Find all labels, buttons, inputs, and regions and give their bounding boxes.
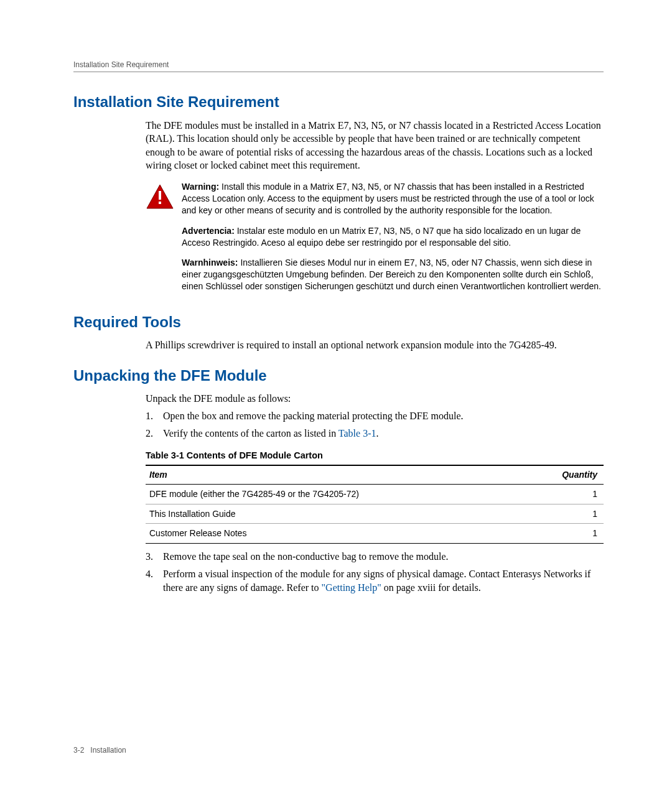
heading-required-tools: Required Tools (73, 312, 604, 332)
svg-rect-1 (159, 191, 161, 200)
list-item: Verify the contents of the carton as lis… (146, 427, 604, 440)
table-row: This Installation Guide1 (146, 504, 604, 524)
heading-installation-site-requirement: Installation Site Requirement (73, 92, 604, 112)
list-item: Remove the tape seal on the non-conducti… (146, 550, 604, 564)
running-header: Installation Site Requirement (73, 60, 604, 72)
heading-unpacking-dfe-module: Unpacking the DFE Module (73, 366, 604, 386)
paragraph: A Phillips screwdriver is required to in… (146, 338, 604, 352)
list-item: Open the box and remove the packing mate… (146, 409, 604, 423)
table-row: Customer Release Notes1 (146, 524, 604, 544)
warning-es: Advertencia: Instalar este modulo en un … (182, 225, 604, 249)
warning-callout: Warning: Install this module in a Matrix… (146, 181, 604, 296)
svg-rect-2 (159, 202, 161, 204)
list-item: Perform a visual inspection of the modul… (146, 567, 604, 594)
warning-en: Warning: Install this module in a Matrix… (182, 181, 604, 216)
table-header-quantity: Quantity (538, 465, 604, 484)
page-footer: 3-2 Installation (73, 745, 126, 755)
paragraph: The DFE modules must be installed in a M… (146, 119, 604, 172)
paragraph: Unpack the DFE module as follows: (146, 392, 604, 406)
table-row: DFE module (either the 7G4285-49 or the … (146, 484, 604, 504)
table-header-item: Item (146, 465, 538, 484)
warning-icon (146, 184, 174, 210)
contents-table: Item Quantity DFE module (either the 7G4… (146, 465, 604, 544)
table-caption: Table 3-1 Contents of DFE Module Carton (146, 450, 604, 462)
table-reference-link[interactable]: Table 3-1 (338, 428, 376, 439)
getting-help-link[interactable]: "Getting Help" (322, 582, 381, 593)
warning-de: Warnhinweis: Installieren Sie dieses Mod… (182, 257, 604, 292)
